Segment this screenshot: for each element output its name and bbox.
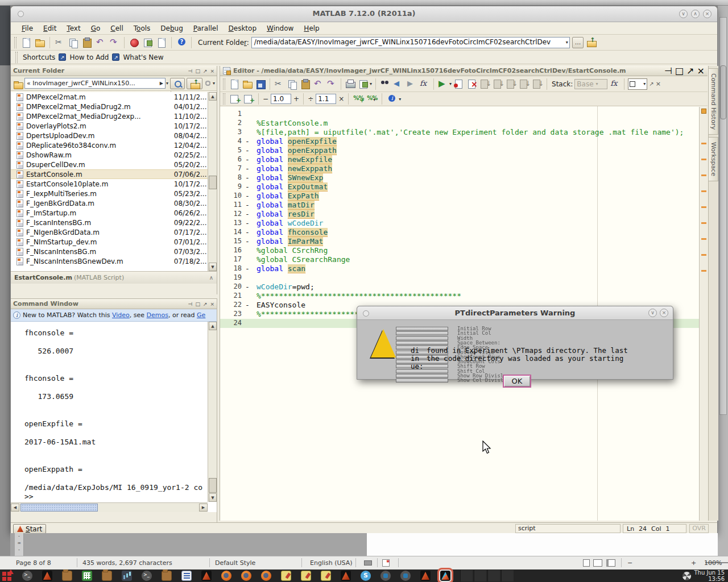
demos-link[interactable]: Demos xyxy=(147,311,168,319)
code-line[interactable]: 9-global ExpOutmat xyxy=(220,182,699,192)
line-number[interactable]: 19 xyxy=(220,273,242,281)
scrollbar-thumb[interactable] xyxy=(209,478,217,493)
taskbar-clock[interactable]: Thu Jun 15 13:56 xyxy=(682,569,728,582)
line-number[interactable]: 6 xyxy=(220,155,242,163)
file-row[interactable]: F_ImStartup.m06/26/2... xyxy=(11,208,208,218)
single-page-view-icon[interactable] xyxy=(583,559,590,567)
close-icon[interactable]: × xyxy=(703,10,712,18)
breadcrumb[interactable]: « InovImager_jwrCF_WINLinx150... ▶ xyxy=(24,78,166,89)
insert-function-icon[interactable] xyxy=(419,78,430,90)
taskbar-gpick-icon[interactable] xyxy=(321,571,331,581)
code-line[interactable]: 21%*************************************… xyxy=(220,292,699,301)
command-window-output-area[interactable]: fhconsole = 526.0007fhconsole = 173.0659… xyxy=(11,322,208,502)
code-line[interactable]: 10-global ExpPath xyxy=(220,192,699,201)
file-row[interactable]: DReplicate96to384conv.m12/04/2... xyxy=(11,140,208,150)
code-line[interactable]: 4-global openExpfile xyxy=(220,137,699,146)
guide-icon[interactable] xyxy=(142,37,154,48)
scroll-up-icon[interactable]: ▲ xyxy=(209,92,217,101)
taskbar-empty-slot[interactable] xyxy=(487,570,500,581)
line-number[interactable]: 8 xyxy=(220,173,242,181)
scroll-right-icon[interactable]: ▶ xyxy=(199,504,208,512)
insert-cell-icon[interactable] xyxy=(229,93,241,105)
code-line[interactable]: 20-wCodeDir=pwd; xyxy=(220,282,699,292)
file-row[interactable]: F_NIgenBkGrdData.m07/17/2... xyxy=(11,227,208,237)
line-number[interactable]: 5 xyxy=(220,146,242,154)
cut-icon[interactable] xyxy=(274,78,285,90)
taskbar-calc-icon[interactable] xyxy=(82,571,92,581)
line-number[interactable]: 15 xyxy=(220,237,242,245)
history-dropdown-icon[interactable]: ▾ xyxy=(166,81,168,86)
file-row[interactable]: F_NIscanIntensBG.m07/03/2... xyxy=(11,247,208,256)
stack-select[interactable]: Base ▾ xyxy=(574,79,607,89)
command-window-hscrollbar[interactable]: ◀ ▶ xyxy=(11,502,208,512)
code-line[interactable]: 13-global wCodeDir xyxy=(220,219,699,228)
code-line[interactable]: 17%global CSrearchRange xyxy=(220,255,699,264)
up-folder-icon[interactable] xyxy=(586,37,597,48)
simulink-icon[interactable] xyxy=(129,37,140,48)
line-number[interactable]: 22 xyxy=(220,301,242,309)
book-view-icon[interactable] xyxy=(606,559,615,567)
dock-icon[interactable]: ⊣ xyxy=(188,68,193,74)
menu-window[interactable]: Window xyxy=(262,24,299,32)
tab-workspace[interactable]: Workspace xyxy=(709,137,718,181)
mlint-warning-tick[interactable] xyxy=(701,254,706,256)
up-one-level-button[interactable] xyxy=(187,78,202,89)
scroll-down-icon[interactable]: ▼ xyxy=(209,263,217,271)
find-files-icon[interactable] xyxy=(379,78,391,90)
actions-gear-icon[interactable] xyxy=(204,80,212,88)
line-number[interactable]: 12 xyxy=(220,210,242,218)
evaluate-cell-advance-icon[interactable] xyxy=(366,93,378,105)
back-icon[interactable] xyxy=(392,78,404,90)
close-panel-icon[interactable]: × xyxy=(697,65,705,76)
undock-icon[interactable]: ↗ xyxy=(686,65,694,76)
code-line[interactable]: 2%EstartConsole.m xyxy=(220,119,699,128)
paragraph-style-status[interactable]: Default Style xyxy=(215,559,255,567)
taskbar-gpick-icon[interactable] xyxy=(301,571,311,581)
menu-cell[interactable]: Cell xyxy=(105,24,128,32)
document-modified-icon[interactable] xyxy=(382,559,390,567)
command-window-header[interactable]: Command Window ⊣ □ ↗ × xyxy=(11,299,217,309)
evaluate-cell-icon[interactable] xyxy=(353,93,364,105)
mlint-warning-tick[interactable] xyxy=(701,270,706,272)
breadcrumb-next-icon[interactable]: ▶ xyxy=(160,81,163,86)
file-row[interactable]: DMPexcel2mat_MediaDrug2.m04/01/2... xyxy=(11,102,208,111)
mlint-warning-tick[interactable] xyxy=(701,238,706,240)
editor-header[interactable]: Editor - /media/data/EASY/InovImager_jwr… xyxy=(220,66,708,76)
divide-button[interactable]: ÷ xyxy=(308,95,313,103)
copy-icon[interactable] xyxy=(68,37,79,48)
line-number[interactable]: 16 xyxy=(220,246,242,254)
print-preview-icon[interactable] xyxy=(358,78,369,90)
forward-icon[interactable] xyxy=(406,78,417,90)
dock-icon[interactable]: ⊣ xyxy=(188,301,193,307)
print-icon[interactable] xyxy=(345,78,356,90)
menu-debug[interactable]: Debug xyxy=(155,24,188,32)
taskbar-terminal-icon[interactable] xyxy=(142,571,152,581)
start-button[interactable]: Start xyxy=(13,524,46,534)
close-panel-icon[interactable]: × xyxy=(210,68,214,74)
code-line[interactable]: 5-global openExppath xyxy=(220,146,699,155)
menu-edit[interactable]: Edit xyxy=(38,24,61,32)
maximize-icon[interactable]: ∧ xyxy=(691,10,700,18)
file-row[interactable]: EstartConsole10plate.m10/17/2... xyxy=(11,179,208,189)
help-icon[interactable] xyxy=(176,37,187,48)
command-window-scrollbar[interactable]: ▲ ▼ xyxy=(208,322,217,502)
code-line[interactable]: 14-global fhconsole xyxy=(220,228,699,237)
zoom-out-button[interactable]: − xyxy=(627,559,632,567)
taskbar-cam-icon[interactable] xyxy=(380,571,391,581)
profiler-icon[interactable] xyxy=(156,37,167,48)
redo-icon[interactable] xyxy=(326,78,337,90)
line-number[interactable]: 21 xyxy=(220,292,242,300)
font-increase-button[interactable]: + xyxy=(293,95,299,103)
getting-started-link[interactable]: Ge xyxy=(197,311,205,319)
taskbar-firefox-icon[interactable] xyxy=(261,571,271,581)
taskbar-matlab-icon[interactable] xyxy=(420,571,431,581)
function-hints-icon[interactable] xyxy=(609,78,621,90)
publish-icon[interactable] xyxy=(386,93,398,105)
publish-dropdown-icon[interactable]: ▾ xyxy=(399,97,401,102)
taskbar-empty-slot[interactable] xyxy=(474,570,486,581)
times-button[interactable]: × xyxy=(338,95,344,103)
undo-icon[interactable] xyxy=(95,37,106,48)
collapse-detail-icon[interactable]: ∧ xyxy=(209,275,213,281)
menu-tools[interactable]: Tools xyxy=(129,24,156,32)
ok-button[interactable]: OK xyxy=(503,375,531,388)
